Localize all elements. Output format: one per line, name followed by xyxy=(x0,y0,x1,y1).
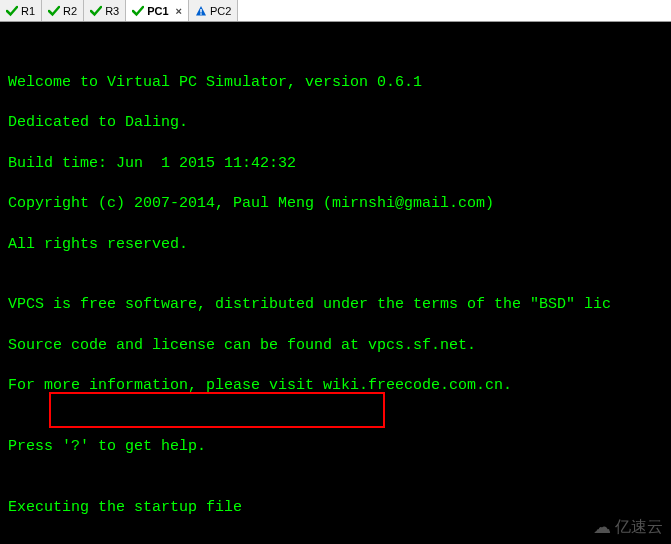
terminal-line: Dedicated to Daling. xyxy=(8,113,663,133)
terminal-line: Source code and license can be found at … xyxy=(8,336,663,356)
cloud-icon: ☁ xyxy=(593,516,611,538)
check-icon xyxy=(90,5,102,17)
terminal-line: Build time: Jun 1 2015 11:42:32 xyxy=(8,154,663,174)
highlight-annotation xyxy=(49,392,385,428)
warn-icon xyxy=(195,5,207,17)
watermark-text: 亿速云 xyxy=(615,517,663,538)
terminal-line: Welcome to Virtual PC Simulator, version… xyxy=(8,73,663,93)
watermark: ☁ 亿速云 xyxy=(593,516,663,538)
svg-rect-1 xyxy=(200,13,201,14)
tab-r1[interactable]: R1 xyxy=(0,0,42,21)
tab-pc1[interactable]: PC1 × xyxy=(126,0,189,21)
check-icon xyxy=(6,5,18,17)
tab-label: PC2 xyxy=(210,5,231,17)
terminal-line: All rights reserved. xyxy=(8,235,663,255)
terminal-output[interactable]: Welcome to Virtual PC Simulator, version… xyxy=(0,22,671,544)
svg-rect-0 xyxy=(200,9,201,13)
tab-pc2[interactable]: PC2 xyxy=(189,0,238,21)
tab-r3[interactable]: R3 xyxy=(84,0,126,21)
tab-r2[interactable]: R2 xyxy=(42,0,84,21)
tab-label: R1 xyxy=(21,5,35,17)
terminal-line: Executing the startup file xyxy=(8,498,663,518)
tab-bar: R1 R2 R3 PC1 × PC2 xyxy=(0,0,671,22)
terminal-line: Press '?' to get help. xyxy=(8,437,663,457)
tab-label: R3 xyxy=(105,5,119,17)
close-icon[interactable]: × xyxy=(176,5,182,17)
tab-label: R2 xyxy=(63,5,77,17)
terminal-line: VPCS is free software, distributed under… xyxy=(8,295,663,315)
tab-label: PC1 xyxy=(147,5,168,17)
terminal-line: Copyright (c) 2007-2014, Paul Meng (mirn… xyxy=(8,194,663,214)
terminal-line: For more information, please visit wiki.… xyxy=(8,376,663,396)
check-icon xyxy=(132,5,144,17)
check-icon xyxy=(48,5,60,17)
